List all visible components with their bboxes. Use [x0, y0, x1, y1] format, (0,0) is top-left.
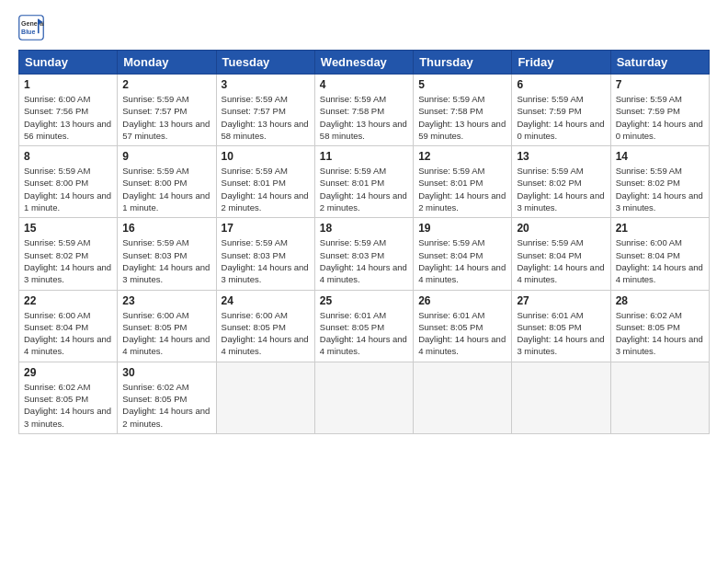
calendar-cell: 12Sunrise: 5:59 AMSunset: 8:01 PMDayligh…	[414, 146, 512, 218]
day-number: 17	[222, 222, 310, 235]
calendar-cell: 11Sunrise: 5:59 AMSunset: 8:01 PMDayligh…	[314, 146, 413, 218]
day-info: Sunrise: 5:59 AMSunset: 8:01 PMDaylight:…	[320, 165, 408, 213]
calendar-cell: 6Sunrise: 5:59 AMSunset: 7:59 PMDaylight…	[512, 75, 610, 146]
day-info: Sunrise: 5:59 AMSunset: 7:58 PMDaylight:…	[320, 93, 408, 142]
day-number: 7	[616, 78, 704, 91]
day-info: Sunrise: 6:02 AMSunset: 8:05 PMDaylight:…	[122, 381, 210, 430]
day-number: 25	[320, 294, 408, 307]
day-number: 13	[517, 150, 605, 163]
day-info: Sunrise: 5:59 AMSunset: 8:02 PMDaylight:…	[24, 236, 112, 285]
day-number: 29	[24, 366, 112, 379]
calendar-cell: 20Sunrise: 5:59 AMSunset: 8:04 PMDayligh…	[512, 218, 610, 290]
calendar-cell: 2Sunrise: 5:59 AMSunset: 7:57 PMDaylight…	[118, 75, 216, 146]
day-info: Sunrise: 5:59 AMSunset: 7:57 PMDaylight:…	[222, 93, 310, 142]
weekday-header-monday: Monday	[118, 51, 216, 75]
day-number: 26	[418, 294, 506, 307]
calendar-week-5: 29Sunrise: 6:02 AMSunset: 8:05 PMDayligh…	[19, 362, 710, 433]
day-info: Sunrise: 5:59 AMSunset: 8:03 PMDaylight:…	[222, 236, 310, 285]
day-info: Sunrise: 5:59 AMSunset: 8:02 PMDaylight:…	[517, 165, 605, 213]
day-info: Sunrise: 5:59 AMSunset: 7:59 PMDaylight:…	[517, 93, 605, 142]
calendar-cell: 18Sunrise: 5:59 AMSunset: 8:03 PMDayligh…	[314, 218, 413, 290]
calendar-cell: 8Sunrise: 5:59 AMSunset: 8:00 PMDaylight…	[19, 146, 118, 218]
calendar-cell: 29Sunrise: 6:02 AMSunset: 8:05 PMDayligh…	[19, 362, 118, 433]
calendar-cell: 9Sunrise: 5:59 AMSunset: 8:00 PMDaylight…	[118, 146, 216, 218]
day-number: 12	[418, 150, 506, 163]
day-number: 14	[616, 150, 704, 163]
calendar-table: SundayMondayTuesdayWednesdayThursdayFrid…	[18, 50, 710, 434]
day-number: 28	[616, 294, 704, 307]
day-info: Sunrise: 6:01 AMSunset: 8:05 PMDaylight:…	[320, 309, 408, 358]
svg-rect-0	[19, 16, 43, 40]
day-number: 8	[24, 150, 112, 163]
calendar-cell: 24Sunrise: 6:00 AMSunset: 8:05 PMDayligh…	[216, 290, 314, 362]
weekday-header-thursday: Thursday	[414, 51, 512, 75]
day-info: Sunrise: 5:59 AMSunset: 8:04 PMDaylight:…	[517, 236, 605, 285]
day-info: Sunrise: 6:02 AMSunset: 8:05 PMDaylight:…	[24, 381, 112, 430]
day-info: Sunrise: 5:59 AMSunset: 8:00 PMDaylight:…	[24, 165, 112, 213]
calendar-cell: 13Sunrise: 5:59 AMSunset: 8:02 PMDayligh…	[512, 146, 610, 218]
day-number: 10	[222, 150, 310, 163]
day-number: 2	[122, 78, 210, 91]
day-number: 11	[320, 150, 408, 163]
calendar-cell	[314, 362, 413, 433]
day-info: Sunrise: 6:00 AMSunset: 8:04 PMDaylight:…	[616, 236, 704, 285]
day-info: Sunrise: 5:59 AMSunset: 7:58 PMDaylight:…	[418, 93, 506, 142]
day-info: Sunrise: 5:59 AMSunset: 8:02 PMDaylight:…	[616, 165, 704, 213]
day-info: Sunrise: 6:00 AMSunset: 8:05 PMDaylight:…	[122, 309, 210, 358]
day-number: 19	[418, 222, 506, 235]
day-number: 30	[122, 366, 210, 379]
day-info: Sunrise: 5:59 AMSunset: 8:01 PMDaylight:…	[418, 165, 506, 213]
day-number: 27	[517, 294, 605, 307]
calendar-cell: 17Sunrise: 5:59 AMSunset: 8:03 PMDayligh…	[216, 218, 314, 290]
weekday-header-sunday: Sunday	[19, 51, 118, 75]
day-info: Sunrise: 6:02 AMSunset: 8:05 PMDaylight:…	[616, 309, 704, 358]
calendar-cell: 14Sunrise: 5:59 AMSunset: 8:02 PMDayligh…	[610, 146, 709, 218]
calendar-cell: 23Sunrise: 6:00 AMSunset: 8:05 PMDayligh…	[118, 290, 216, 362]
day-info: Sunrise: 5:59 AMSunset: 8:04 PMDaylight:…	[418, 236, 506, 285]
calendar-week-4: 22Sunrise: 6:00 AMSunset: 8:04 PMDayligh…	[19, 290, 710, 362]
day-info: Sunrise: 5:59 AMSunset: 8:03 PMDaylight:…	[320, 236, 408, 285]
day-info: Sunrise: 6:00 AMSunset: 8:05 PMDaylight:…	[222, 309, 310, 358]
weekday-header-row: SundayMondayTuesdayWednesdayThursdayFrid…	[19, 51, 710, 75]
calendar-cell: 4Sunrise: 5:59 AMSunset: 7:58 PMDaylight…	[314, 75, 413, 146]
day-number: 18	[320, 222, 408, 235]
calendar-cell: 7Sunrise: 5:59 AMSunset: 7:59 PMDaylight…	[610, 75, 709, 146]
calendar-cell: 21Sunrise: 6:00 AMSunset: 8:04 PMDayligh…	[610, 218, 709, 290]
calendar-week-1: 1Sunrise: 6:00 AMSunset: 7:56 PMDaylight…	[19, 75, 710, 146]
day-number: 4	[320, 78, 408, 91]
day-number: 23	[122, 294, 210, 307]
day-info: Sunrise: 6:00 AMSunset: 7:56 PMDaylight:…	[24, 93, 112, 142]
weekday-header-wednesday: Wednesday	[314, 51, 413, 75]
logo-icon: General Blue	[18, 15, 44, 40]
calendar-body: 1Sunrise: 6:00 AMSunset: 7:56 PMDaylight…	[19, 75, 710, 434]
day-number: 15	[24, 222, 112, 235]
day-info: Sunrise: 5:59 AMSunset: 8:01 PMDaylight:…	[222, 165, 310, 213]
calendar-week-3: 15Sunrise: 5:59 AMSunset: 8:02 PMDayligh…	[19, 218, 710, 290]
day-info: Sunrise: 5:59 AMSunset: 8:00 PMDaylight:…	[122, 165, 210, 213]
day-number: 1	[24, 78, 112, 91]
calendar-cell	[610, 362, 709, 433]
header: General Blue	[18, 15, 710, 40]
day-number: 21	[616, 222, 704, 235]
day-info: Sunrise: 6:00 AMSunset: 8:04 PMDaylight:…	[24, 309, 112, 358]
day-number: 22	[24, 294, 112, 307]
day-info: Sunrise: 5:59 AMSunset: 8:03 PMDaylight:…	[122, 236, 210, 285]
calendar-cell: 28Sunrise: 6:02 AMSunset: 8:05 PMDayligh…	[610, 290, 709, 362]
day-info: Sunrise: 5:59 AMSunset: 7:59 PMDaylight:…	[616, 93, 704, 142]
calendar-week-2: 8Sunrise: 5:59 AMSunset: 8:00 PMDaylight…	[19, 146, 710, 218]
day-number: 6	[517, 78, 605, 91]
calendar-cell: 1Sunrise: 6:00 AMSunset: 7:56 PMDaylight…	[19, 75, 118, 146]
svg-rect-4	[38, 19, 40, 34]
calendar-cell: 25Sunrise: 6:01 AMSunset: 8:05 PMDayligh…	[314, 290, 413, 362]
calendar-cell: 10Sunrise: 5:59 AMSunset: 8:01 PMDayligh…	[216, 146, 314, 218]
svg-text:Blue: Blue	[21, 29, 35, 35]
calendar-cell	[414, 362, 512, 433]
calendar-cell: 19Sunrise: 5:59 AMSunset: 8:04 PMDayligh…	[414, 218, 512, 290]
day-info: Sunrise: 6:01 AMSunset: 8:05 PMDaylight:…	[418, 309, 506, 358]
calendar-cell: 16Sunrise: 5:59 AMSunset: 8:03 PMDayligh…	[118, 218, 216, 290]
calendar-cell: 22Sunrise: 6:00 AMSunset: 8:04 PMDayligh…	[19, 290, 118, 362]
day-info: Sunrise: 5:59 AMSunset: 7:57 PMDaylight:…	[122, 93, 210, 142]
logo: General Blue	[18, 15, 48, 40]
day-number: 16	[122, 222, 210, 235]
day-number: 20	[517, 222, 605, 235]
